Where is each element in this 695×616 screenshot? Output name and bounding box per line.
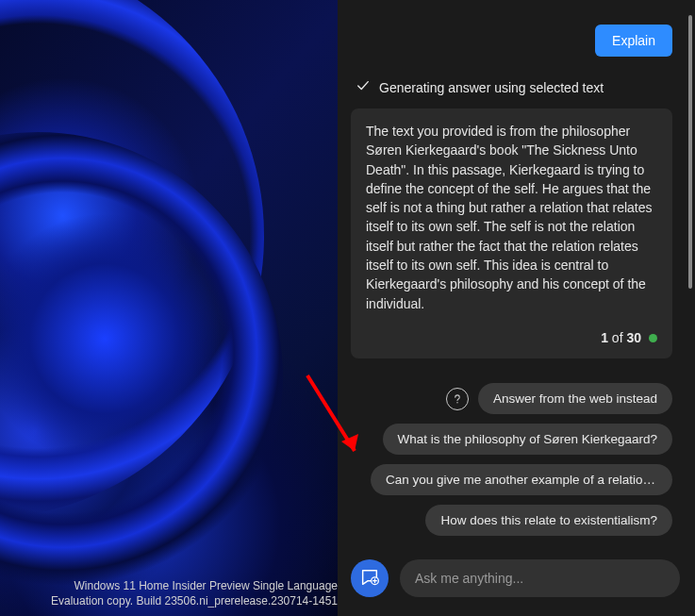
answer-pager[interactable]: 1 of 30 <box>366 328 657 347</box>
desktop-wallpaper: Windows 11 Home Insider Preview Single L… <box>0 0 349 616</box>
pager-total: 30 <box>626 330 641 345</box>
suggestion-chip[interactable]: How does this relate to existentialism? <box>425 505 672 536</box>
user-message-explain[interactable]: Explain <box>595 25 672 57</box>
status-text: Generating answer using selected text <box>379 80 604 95</box>
status-dot-icon <box>649 334 657 342</box>
suggestion-list: Answer from the web instead What is the … <box>351 383 672 536</box>
answer-body: The text you provided is from the philos… <box>366 122 657 313</box>
suggestion-web-answer[interactable]: Answer from the web instead <box>478 383 672 414</box>
ask-input[interactable] <box>415 571 665 586</box>
suggestion-chip[interactable]: Can you give me another example of a rel… <box>371 464 672 495</box>
ask-input-wrap[interactable] <box>400 559 680 597</box>
watermark-line: Evaluation copy. Build 23506.ni_prerelea… <box>51 593 338 608</box>
question-icon <box>446 388 469 410</box>
copilot-panel: Explain Generating answer using selected… <box>338 0 695 616</box>
watermark-line: Windows 11 Home Insider Preview Single L… <box>51 578 338 593</box>
pager-of: of <box>608 330 626 345</box>
chat-bubble-plus-icon <box>359 567 380 591</box>
scrollbar-thumb[interactable] <box>688 15 692 289</box>
new-topic-button[interactable] <box>351 559 389 597</box>
chat-content: Explain Generating answer using selected… <box>338 0 680 616</box>
windows-watermark: Windows 11 Home Insider Preview Single L… <box>51 578 338 608</box>
composer <box>351 559 680 597</box>
pager-current: 1 <box>601 330 608 345</box>
suggestion-chip[interactable]: What is the philosophy of Søren Kierkega… <box>383 424 672 455</box>
svg-point-0 <box>456 402 457 403</box>
answer-card: The text you provided is from the philos… <box>351 108 672 358</box>
check-icon <box>356 79 370 95</box>
status-row: Generating answer using selected text <box>356 79 672 95</box>
